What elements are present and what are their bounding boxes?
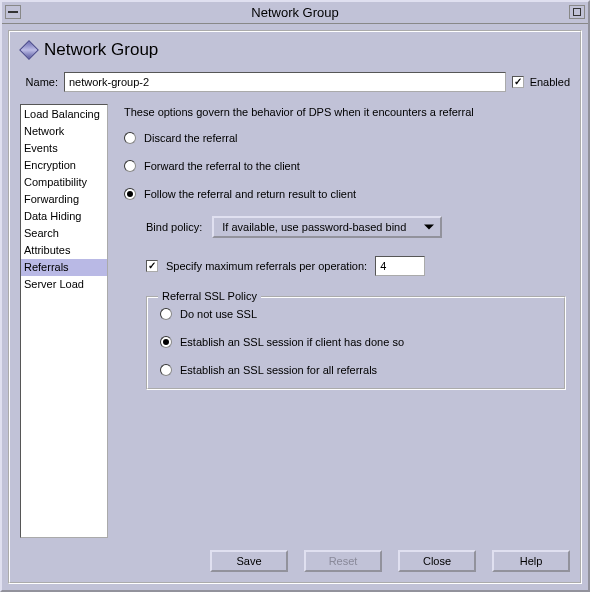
sidebar-item-server-load[interactable]: Server Load <box>21 276 107 293</box>
main-panel: These options govern the behavior of DPS… <box>120 104 570 538</box>
radio-label: Forward the referral to the client <box>144 160 300 172</box>
window: Network Group Network Group Name: Enable… <box>0 0 590 592</box>
radio-icon <box>160 308 172 320</box>
sidebar-item-encryption[interactable]: Encryption <box>21 157 107 174</box>
sidebar: Load Balancing Network Events Encryption… <box>20 104 108 538</box>
ssl-option-none[interactable]: Do not use SSL <box>160 308 552 320</box>
diamond-icon <box>19 40 39 60</box>
radio-label: Establish an SSL session for all referra… <box>180 364 377 376</box>
name-row: Name: Enabled <box>20 72 570 92</box>
system-menu-button[interactable] <box>5 5 21 19</box>
referral-option-follow[interactable]: Follow the referral and return result to… <box>124 188 566 200</box>
dropdown-value: If available, use password-based bind <box>222 221 406 233</box>
sidebar-item-referrals[interactable]: Referrals <box>21 259 107 276</box>
save-button[interactable]: Save <box>210 550 288 572</box>
referral-option-forward[interactable]: Forward the referral to the client <box>124 160 566 172</box>
content-panel: Network Group Name: Enabled Load Balanci… <box>8 30 582 584</box>
reset-button[interactable]: Reset <box>304 550 382 572</box>
radio-icon <box>160 364 172 376</box>
bind-policy-label: Bind policy: <box>146 221 202 233</box>
radio-label: Follow the referral and return result to… <box>144 188 356 200</box>
referral-option-discard[interactable]: Discard the referral <box>124 132 566 144</box>
bind-policy-row: Bind policy: If available, use password-… <box>146 216 566 238</box>
max-referrals-input[interactable] <box>375 256 425 276</box>
footer-buttons: Save Reset Close Help <box>20 550 570 572</box>
body: Load Balancing Network Events Encryption… <box>20 104 570 538</box>
radio-label: Do not use SSL <box>180 308 257 320</box>
close-button[interactable]: Close <box>398 550 476 572</box>
description-text: These options govern the behavior of DPS… <box>124 106 566 118</box>
titlebar: Network Group <box>2 2 588 24</box>
max-referrals-checkbox[interactable] <box>146 260 158 272</box>
maximize-button[interactable] <box>569 5 585 19</box>
chevron-down-icon <box>424 225 434 230</box>
radio-icon <box>124 188 136 200</box>
page-title: Network Group <box>44 40 158 60</box>
radio-label: Establish an SSL session if client has d… <box>180 336 404 348</box>
radio-label: Discard the referral <box>144 132 238 144</box>
ssl-option-if-client[interactable]: Establish an SSL session if client has d… <box>160 336 552 348</box>
page-header: Network Group <box>20 40 570 60</box>
ssl-policy-legend: Referral SSL Policy <box>158 290 261 302</box>
radio-icon <box>160 336 172 348</box>
ssl-option-all[interactable]: Establish an SSL session for all referra… <box>160 364 552 376</box>
sidebar-item-search[interactable]: Search <box>21 225 107 242</box>
help-button[interactable]: Help <box>492 550 570 572</box>
name-label: Name: <box>20 76 58 88</box>
max-referrals-label: Specify maximum referrals per operation: <box>166 260 367 272</box>
sidebar-item-compatibility[interactable]: Compatibility <box>21 174 107 191</box>
sidebar-item-events[interactable]: Events <box>21 140 107 157</box>
sidebar-item-attributes[interactable]: Attributes <box>21 242 107 259</box>
radio-icon <box>124 160 136 172</box>
sidebar-item-load-balancing[interactable]: Load Balancing <box>21 106 107 123</box>
sidebar-item-data-hiding[interactable]: Data Hiding <box>21 208 107 225</box>
sidebar-item-network[interactable]: Network <box>21 123 107 140</box>
sidebar-item-forwarding[interactable]: Forwarding <box>21 191 107 208</box>
window-title: Network Group <box>251 5 338 20</box>
bind-policy-dropdown[interactable]: If available, use password-based bind <box>212 216 442 238</box>
enabled-checkbox[interactable] <box>512 76 524 88</box>
name-input[interactable] <box>64 72 506 92</box>
ssl-policy-fieldset: Referral SSL Policy Do not use SSL Estab… <box>146 296 566 390</box>
radio-icon <box>124 132 136 144</box>
enabled-label: Enabled <box>530 76 570 88</box>
max-referrals-row: Specify maximum referrals per operation: <box>146 256 566 276</box>
